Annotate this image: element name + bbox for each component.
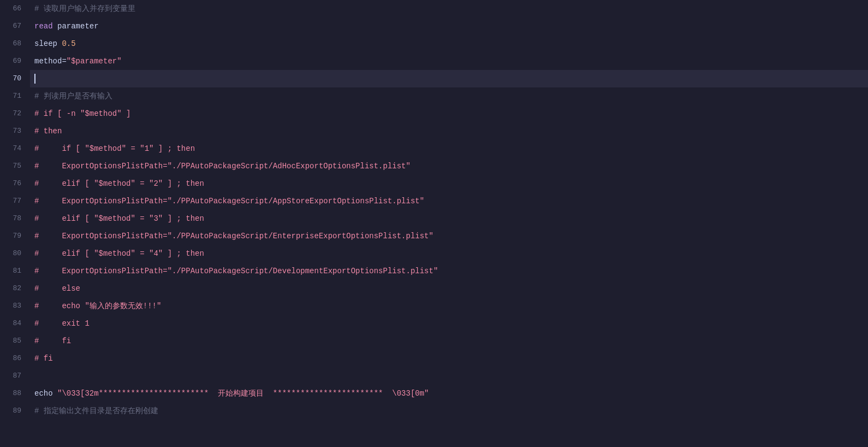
- code-line: 89# 指定输出文件目录是否存在刚创建: [0, 402, 868, 420]
- code-line: 87: [0, 367, 868, 385]
- line-number: 74: [0, 140, 30, 157]
- line-number: 81: [0, 262, 30, 280]
- line-number: 71: [0, 87, 30, 105]
- code-line: 68sleep 0.5: [0, 35, 868, 52]
- line-number: 75: [0, 157, 30, 175]
- line-content: # if [ -n "$method" ]: [30, 105, 868, 122]
- text-cursor: [34, 74, 35, 84]
- code-line: 82# else: [0, 280, 868, 297]
- line-content: method="$parameter": [30, 52, 868, 70]
- line-content: # ExportOptionsPlistPath="./PPAutoPackag…: [30, 262, 868, 280]
- line-content: # fi: [30, 332, 868, 350]
- line-content: # elif [ "$method" = "4" ] ; then: [30, 245, 868, 262]
- line-content: # if [ "$method" = "1" ] ; then: [30, 140, 868, 157]
- line-content: # 读取用户输入并存到变量里: [30, 0, 868, 17]
- line-content: # exit 1: [30, 315, 868, 332]
- code-line: 79# ExportOptionsPlistPath="./PPAutoPack…: [0, 227, 868, 245]
- code-line: 83# echo "输入的参数无效!!!": [0, 297, 868, 315]
- code-line: 69method="$parameter": [0, 52, 868, 70]
- code-line: 73# then: [0, 122, 868, 140]
- line-number: 73: [0, 122, 30, 140]
- line-number: 66: [0, 0, 30, 17]
- line-content: # elif [ "$method" = "2" ] ; then: [30, 175, 868, 192]
- line-number: 80: [0, 245, 30, 262]
- code-line: 78# elif [ "$method" = "3" ] ; then: [0, 210, 868, 227]
- code-line: 75# ExportOptionsPlistPath="./PPAutoPack…: [0, 157, 868, 175]
- line-content: sleep 0.5: [30, 35, 868, 52]
- code-line: 71# 判读用户是否有输入: [0, 87, 868, 105]
- line-content: # fi: [30, 350, 868, 367]
- line-content: echo "\033[32m************************ 开…: [30, 385, 868, 402]
- line-content: read parameter: [30, 17, 868, 35]
- code-line: 88echo "\033[32m************************…: [0, 385, 868, 402]
- line-number: 84: [0, 315, 30, 332]
- line-number: 78: [0, 210, 30, 227]
- line-number: 77: [0, 192, 30, 210]
- line-number: 85: [0, 332, 30, 350]
- code-line: 86# fi: [0, 350, 868, 367]
- code-line: 85# fi: [0, 332, 868, 350]
- line-number: 82: [0, 280, 30, 297]
- line-number: 83: [0, 297, 30, 315]
- line-number: 87: [0, 367, 30, 385]
- code-line: 66# 读取用户输入并存到变量里: [0, 0, 868, 17]
- line-content: [30, 367, 868, 385]
- line-content: # ExportOptionsPlistPath="./PPAutoPackag…: [30, 192, 868, 210]
- line-number: 67: [0, 17, 30, 35]
- line-number: 70: [0, 70, 30, 87]
- line-content: [30, 70, 868, 87]
- line-content: # 判读用户是否有输入: [30, 87, 868, 105]
- line-number: 89: [0, 402, 30, 420]
- line-content: # then: [30, 122, 868, 140]
- code-line: 67read parameter: [0, 17, 868, 35]
- line-number: 69: [0, 52, 30, 70]
- line-number: 88: [0, 385, 30, 402]
- line-number: 86: [0, 350, 30, 367]
- code-editor: 66# 读取用户输入并存到变量里67read parameter68sleep …: [0, 0, 868, 447]
- line-number: 72: [0, 105, 30, 122]
- code-line: 77# ExportOptionsPlistPath="./PPAutoPack…: [0, 192, 868, 210]
- code-line: 70: [0, 70, 868, 87]
- line-content: # 指定输出文件目录是否存在刚创建: [30, 402, 868, 420]
- line-content: # ExportOptionsPlistPath="./PPAutoPackag…: [30, 157, 868, 175]
- code-line: 81# ExportOptionsPlistPath="./PPAutoPack…: [0, 262, 868, 280]
- line-number: 79: [0, 227, 30, 245]
- line-content: # elif [ "$method" = "3" ] ; then: [30, 210, 868, 227]
- line-content: # ExportOptionsPlistPath="./PPAutoPackag…: [30, 227, 868, 245]
- line-content: # else: [30, 280, 868, 297]
- code-line: 76# elif [ "$method" = "2" ] ; then: [0, 175, 868, 192]
- line-number: 68: [0, 35, 30, 52]
- line-content: # echo "输入的参数无效!!!": [30, 297, 868, 315]
- code-line: 80# elif [ "$method" = "4" ] ; then: [0, 245, 868, 262]
- code-line: 74# if [ "$method" = "1" ] ; then: [0, 140, 868, 157]
- line-number: 76: [0, 175, 30, 192]
- code-line: 72# if [ -n "$method" ]: [0, 105, 868, 122]
- code-line: 84# exit 1: [0, 315, 868, 332]
